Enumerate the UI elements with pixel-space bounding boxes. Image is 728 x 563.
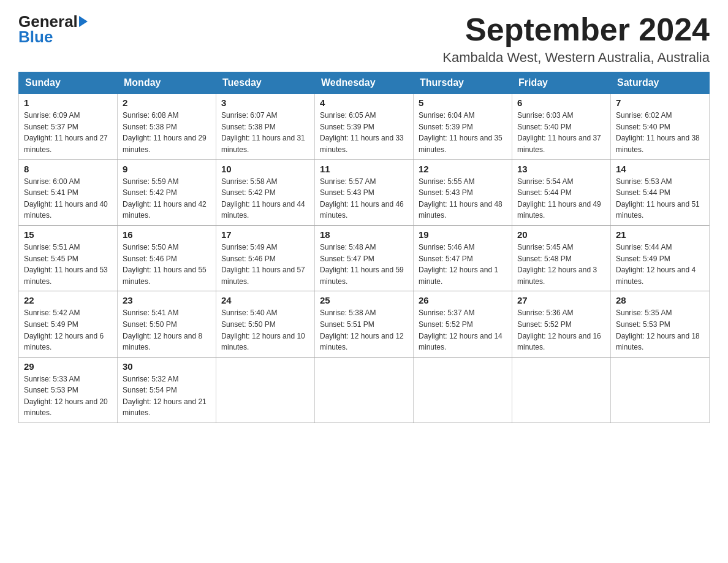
day-number: 13 (517, 164, 605, 174)
calendar-cell: 5Sunrise: 6:04 AMSunset: 5:39 PMDaylight… (414, 94, 512, 159)
day-number: 27 (517, 295, 605, 305)
day-number: 11 (320, 164, 408, 174)
day-info: Sunrise: 5:59 AMSunset: 5:42 PMDaylight:… (123, 177, 207, 220)
day-number: 4 (320, 98, 408, 108)
calendar-cell (512, 357, 611, 423)
calendar-cell: 22Sunrise: 5:42 AMSunset: 5:49 PMDayligh… (19, 291, 118, 357)
day-number: 7 (616, 98, 704, 108)
day-info: Sunrise: 5:35 AMSunset: 5:53 PMDaylight:… (616, 308, 700, 351)
day-number: 30 (123, 361, 211, 372)
calendar-cell: 29Sunrise: 5:33 AMSunset: 5:53 PMDayligh… (19, 357, 118, 423)
day-number: 25 (320, 295, 408, 305)
header-monday: Monday (118, 72, 216, 94)
day-number: 1 (24, 98, 112, 108)
calendar-cell: 30Sunrise: 5:32 AMSunset: 5:54 PMDayligh… (118, 357, 216, 423)
calendar-cell: 28Sunrise: 5:35 AMSunset: 5:53 PMDayligh… (611, 291, 710, 357)
day-number: 17 (221, 229, 309, 240)
day-number: 9 (123, 164, 211, 174)
day-info: Sunrise: 5:55 AMSunset: 5:43 PMDaylight:… (419, 177, 502, 220)
calendar-cell: 27Sunrise: 5:36 AMSunset: 5:52 PMDayligh… (512, 291, 611, 357)
calendar-cell: 12Sunrise: 5:55 AMSunset: 5:43 PMDayligh… (414, 159, 512, 225)
day-number: 21 (616, 229, 704, 240)
day-info: Sunrise: 5:32 AMSunset: 5:54 PMDaylight:… (123, 375, 207, 418)
logo-blue: Blue (18, 28, 53, 47)
day-info: Sunrise: 5:49 AMSunset: 5:46 PMDaylight:… (221, 243, 305, 286)
day-number: 29 (24, 361, 112, 372)
calendar-table: Sunday Monday Tuesday Wednesday Thursday… (18, 72, 710, 423)
calendar-cell: 18Sunrise: 5:48 AMSunset: 5:47 PMDayligh… (315, 225, 414, 291)
day-info: Sunrise: 5:45 AMSunset: 5:48 PMDaylight:… (517, 243, 597, 286)
day-number: 12 (419, 164, 507, 174)
header-saturday: Saturday (611, 72, 710, 94)
logo: General Blue (18, 12, 89, 47)
calendar-cell: 19Sunrise: 5:46 AMSunset: 5:47 PMDayligh… (414, 225, 512, 291)
header-friday: Friday (512, 72, 611, 94)
calendar-cell (414, 357, 512, 423)
calendar-cell: 2Sunrise: 6:08 AMSunset: 5:38 PMDaylight… (118, 94, 216, 159)
day-info: Sunrise: 5:53 AMSunset: 5:44 PMDaylight:… (616, 177, 700, 220)
day-number: 8 (24, 164, 112, 174)
calendar-cell: 13Sunrise: 5:54 AMSunset: 5:44 PMDayligh… (512, 159, 611, 225)
day-number: 22 (24, 295, 112, 305)
calendar-cell (315, 357, 414, 423)
day-number: 15 (24, 229, 112, 240)
day-number: 23 (123, 295, 211, 305)
calendar-cell (216, 357, 315, 423)
weekday-header-row: Sunday Monday Tuesday Wednesday Thursday… (19, 72, 710, 94)
day-number: 24 (221, 295, 309, 305)
day-info: Sunrise: 5:54 AMSunset: 5:44 PMDaylight:… (517, 177, 601, 220)
calendar-cell: 21Sunrise: 5:44 AMSunset: 5:49 PMDayligh… (611, 225, 710, 291)
calendar-cell: 25Sunrise: 5:38 AMSunset: 5:51 PMDayligh… (315, 291, 414, 357)
day-number: 2 (123, 98, 211, 108)
day-info: Sunrise: 6:09 AMSunset: 5:37 PMDaylight:… (24, 111, 108, 154)
calendar-cell (611, 357, 710, 423)
day-number: 10 (221, 164, 309, 174)
calendar-cell: 24Sunrise: 5:40 AMSunset: 5:50 PMDayligh… (216, 291, 315, 357)
calendar-cell: 9Sunrise: 5:59 AMSunset: 5:42 PMDaylight… (118, 159, 216, 225)
calendar-cell: 8Sunrise: 6:00 AMSunset: 5:41 PMDaylight… (19, 159, 118, 225)
calendar-cell: 16Sunrise: 5:50 AMSunset: 5:46 PMDayligh… (118, 225, 216, 291)
calendar-cell: 26Sunrise: 5:37 AMSunset: 5:52 PMDayligh… (414, 291, 512, 357)
header-thursday: Thursday (414, 72, 512, 94)
page-header: General Blue September 2024 Kambalda Wes… (18, 12, 710, 66)
day-number: 18 (320, 229, 408, 240)
day-number: 26 (419, 295, 507, 305)
location-subtitle: Kambalda West, Western Australia, Austra… (442, 50, 710, 66)
calendar-cell: 11Sunrise: 5:57 AMSunset: 5:43 PMDayligh… (315, 159, 414, 225)
week-row-1: 1Sunrise: 6:09 AMSunset: 5:37 PMDaylight… (19, 94, 710, 159)
day-number: 20 (517, 229, 605, 240)
week-row-4: 22Sunrise: 5:42 AMSunset: 5:49 PMDayligh… (19, 291, 710, 357)
day-number: 3 (221, 98, 309, 108)
day-number: 5 (419, 98, 507, 108)
calendar-cell: 23Sunrise: 5:41 AMSunset: 5:50 PMDayligh… (118, 291, 216, 357)
day-info: Sunrise: 5:33 AMSunset: 5:53 PMDaylight:… (24, 375, 108, 418)
day-number: 6 (517, 98, 605, 108)
day-info: Sunrise: 5:40 AMSunset: 5:50 PMDaylight:… (221, 308, 305, 351)
day-info: Sunrise: 5:38 AMSunset: 5:51 PMDaylight:… (320, 308, 404, 351)
day-info: Sunrise: 5:50 AMSunset: 5:46 PMDaylight:… (123, 243, 207, 286)
week-row-2: 8Sunrise: 6:00 AMSunset: 5:41 PMDaylight… (19, 159, 710, 225)
logo-arrow-icon (79, 16, 88, 27)
day-info: Sunrise: 6:03 AMSunset: 5:40 PMDaylight:… (517, 111, 601, 154)
day-info: Sunrise: 6:04 AMSunset: 5:39 PMDaylight:… (419, 111, 502, 154)
day-info: Sunrise: 5:46 AMSunset: 5:47 PMDaylight:… (419, 243, 498, 286)
week-row-3: 15Sunrise: 5:51 AMSunset: 5:45 PMDayligh… (19, 225, 710, 291)
day-info: Sunrise: 6:08 AMSunset: 5:38 PMDaylight:… (123, 111, 207, 154)
day-info: Sunrise: 6:07 AMSunset: 5:38 PMDaylight:… (221, 111, 305, 154)
calendar-cell: 3Sunrise: 6:07 AMSunset: 5:38 PMDaylight… (216, 94, 315, 159)
day-info: Sunrise: 5:58 AMSunset: 5:42 PMDaylight:… (221, 177, 305, 220)
calendar-cell: 10Sunrise: 5:58 AMSunset: 5:42 PMDayligh… (216, 159, 315, 225)
week-row-5: 29Sunrise: 5:33 AMSunset: 5:53 PMDayligh… (19, 357, 710, 423)
day-info: Sunrise: 5:57 AMSunset: 5:43 PMDaylight:… (320, 177, 404, 220)
day-info: Sunrise: 6:00 AMSunset: 5:41 PMDaylight:… (24, 177, 108, 220)
day-info: Sunrise: 6:05 AMSunset: 5:39 PMDaylight:… (320, 111, 404, 154)
day-info: Sunrise: 5:42 AMSunset: 5:49 PMDaylight:… (24, 308, 104, 351)
header-tuesday: Tuesday (216, 72, 315, 94)
header-sunday: Sunday (19, 72, 118, 94)
calendar-cell: 4Sunrise: 6:05 AMSunset: 5:39 PMDaylight… (315, 94, 414, 159)
day-number: 19 (419, 229, 507, 240)
title-area: September 2024 Kambalda West, Western Au… (442, 12, 710, 66)
calendar-cell: 20Sunrise: 5:45 AMSunset: 5:48 PMDayligh… (512, 225, 611, 291)
calendar-cell: 1Sunrise: 6:09 AMSunset: 5:37 PMDaylight… (19, 94, 118, 159)
day-info: Sunrise: 6:02 AMSunset: 5:40 PMDaylight:… (616, 111, 700, 154)
